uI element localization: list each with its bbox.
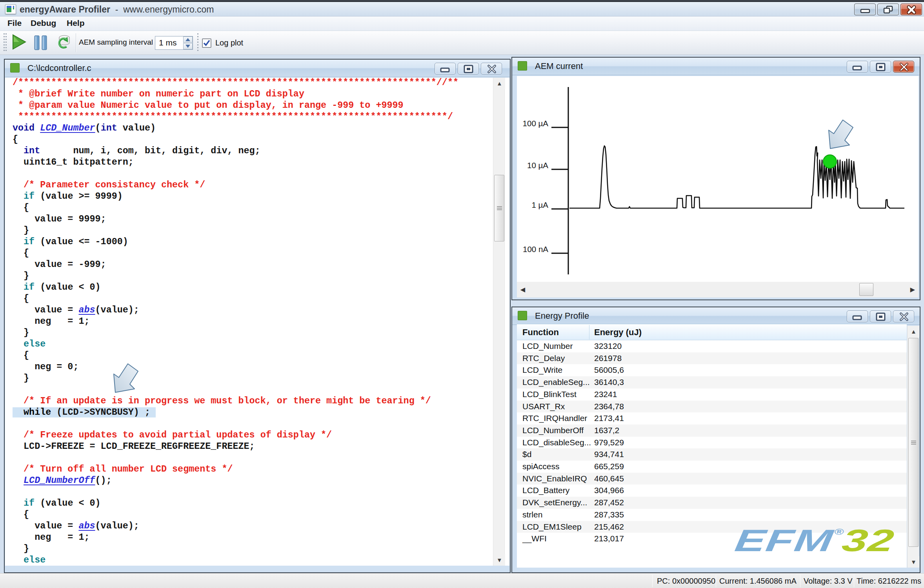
svg-text:100 nA: 100 nA <box>523 245 548 254</box>
svg-text:100 µA: 100 µA <box>523 119 549 128</box>
svg-text:1 µA: 1 µA <box>531 200 548 209</box>
svg-text:10 µA: 10 µA <box>527 161 548 170</box>
